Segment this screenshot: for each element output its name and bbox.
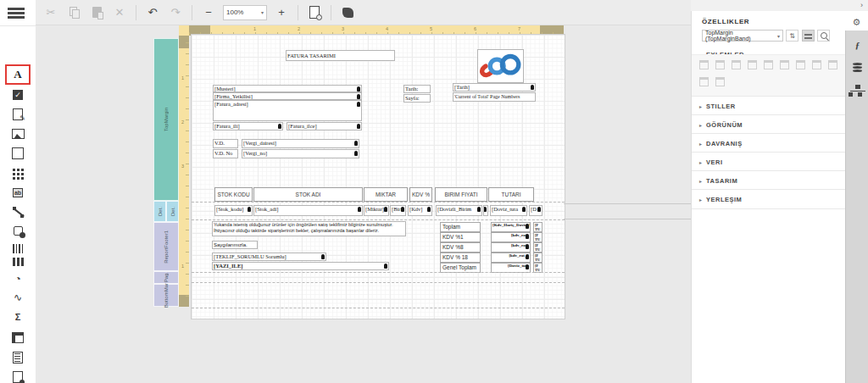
band-separator[interactable] — [192, 219, 565, 220]
tool-chart[interactable] — [3, 253, 33, 270]
settings-button[interactable]: ⚙ — [845, 13, 868, 31]
paste-button[interactable] — [88, 4, 105, 21]
band-separator[interactable] — [192, 282, 565, 283]
action-icon[interactable] — [828, 60, 837, 69]
action-icon[interactable] — [796, 60, 805, 69]
col-header-kdv[interactable]: KDV % — [409, 187, 432, 202]
preview-button[interactable] — [306, 4, 323, 21]
total-value[interactable]: [kdv_rat_1 — [491, 253, 531, 263]
tool-panel[interactable] — [3, 145, 33, 162]
band-report-footer[interactable]: ReportFooter1 — [153, 222, 179, 271]
band-separator[interactable] — [192, 272, 565, 273]
collapse-panel-chevron-icon[interactable]: › — [860, 1, 863, 9]
detail-stok-adi[interactable]: [Stok_adi] — [253, 205, 363, 216]
label-vd-no[interactable]: V.D. No — [213, 149, 238, 158]
field-fatura-ili[interactable]: [Fatura_ili] — [213, 122, 283, 130]
expressions-tab[interactable]: ƒ — [846, 36, 868, 54]
section-yerlesim[interactable]: ▸ YERLEŞIM — [692, 189, 845, 209]
footer-note[interactable]: Yukarıda istemiş olduğunuz ürünler için … — [212, 221, 406, 236]
total-value[interactable]: [Kdv_Hariç_Doviz_Tutar] — [491, 222, 531, 232]
zoom-out-button[interactable]: − — [200, 4, 217, 21]
field-tarih[interactable]: [Tarih] — [453, 83, 536, 92]
total-mini[interactable]: [FTU — [533, 232, 542, 242]
element-selector-dropdown[interactable]: TopMargin (TopMarginBand) ▾ — [702, 30, 783, 42]
label-tarih[interactable]: Tarih: — [403, 85, 431, 93]
tool-pivot-grid[interactable] — [3, 329, 33, 346]
tool-line[interactable] — [3, 203, 33, 220]
copy-button[interactable] — [65, 4, 82, 21]
scripts-button[interactable] — [339, 4, 356, 21]
tool-check-box[interactable]: ✓ — [3, 86, 33, 103]
tool-table[interactable] — [3, 165, 33, 182]
action-icon[interactable] — [812, 60, 821, 69]
field-vergi-dairesi[interactable]: [Vergi_dairesi] — [242, 139, 359, 148]
total-mini[interactable]: [FTU — [533, 242, 542, 253]
col-header-miktar[interactable]: MIKTAR — [364, 187, 408, 202]
field-fatura-adresi[interactable]: [Fatura_adresi] — [213, 100, 362, 121]
detail-kdv[interactable]: [Kdv] — [408, 205, 432, 216]
col-header-stok-kodu[interactable]: STOK KODU — [214, 187, 253, 202]
total-label[interactable]: KDV %8 — [440, 242, 481, 253]
col-header-tutari[interactable]: TUTARI — [488, 187, 534, 202]
action-icon[interactable] — [715, 77, 725, 86]
action-icon[interactable] — [780, 60, 789, 69]
band-detail[interactable]: Det. — [166, 201, 179, 222]
detail-miktar[interactable]: [Miktar] — [364, 205, 389, 216]
delete-button[interactable]: ✕ — [111, 4, 128, 21]
action-icon[interactable] — [699, 60, 709, 69]
total-label[interactable]: Toplam — [440, 222, 481, 232]
detail-d-cell[interactable]: [D — [529, 205, 542, 216]
field-list-tab[interactable] — [846, 58, 868, 76]
section-gorunum[interactable]: ▸ GÖRÜNÜM — [692, 114, 845, 134]
tool-page-info[interactable] — [3, 369, 33, 383]
report-page[interactable]: FATURA TASARIMI [Musteri] [Firma_Yetkili… — [191, 34, 565, 319]
band-separator[interactable] — [192, 308, 565, 308]
band-page-footer[interactable]: Pag. — [153, 271, 179, 284]
total-label[interactable]: KDV % 18 — [440, 253, 481, 263]
band-bottom-margin[interactable]: BottomMar — [153, 284, 179, 307]
detail-doviz-tutari[interactable]: [Doviz_tuta — [490, 205, 527, 216]
col-header-birim-fiyati[interactable]: BIRIM FIYATI — [435, 187, 487, 202]
col-header-stok-adi[interactable]: STOK ADI — [253, 187, 363, 202]
action-icon[interactable] — [699, 77, 709, 86]
design-canvas[interactable]: 1 2 3 4 5 6 7 1 2 3 1 TopMargin Det. Det… — [36, 25, 691, 383]
action-icon[interactable] — [732, 60, 741, 69]
tool-gauge[interactable]: ◔ — [3, 270, 33, 287]
tool-character-comb[interactable]: ab — [3, 184, 33, 201]
redo-button[interactable]: ↷ — [167, 4, 184, 21]
field-page-numbers[interactable]: 'Current of Total' Page Numbers — [453, 92, 536, 102]
tool-shape[interactable] — [3, 222, 33, 239]
total-mini[interactable]: [FTU — [533, 222, 542, 232]
action-icon[interactable] — [715, 60, 725, 69]
tool-summary[interactable]: Σ — [3, 308, 33, 325]
tool-picture-box[interactable] — [3, 125, 33, 142]
tool-rich-text[interactable]: ✎ — [3, 106, 33, 123]
section-stiller[interactable]: ▸ STILLER — [692, 96, 845, 115]
section-veri[interactable]: ▸ VERI — [692, 152, 845, 171]
footer-closing[interactable]: Saygılarımızla. — [212, 241, 258, 249]
label-vd[interactable]: V.D. — [213, 139, 238, 148]
tool-label[interactable]: A — [5, 64, 31, 85]
label-sayfa[interactable]: Sayfa: — [403, 94, 431, 103]
field-fatura-ilce[interactable]: [Fatura_ilce] — [287, 122, 362, 130]
report-explorer-tab[interactable] — [846, 80, 868, 98]
cut-button[interactable]: ✂ — [42, 4, 59, 21]
zoom-in-button[interactable]: + — [273, 4, 290, 21]
band-separator[interactable] — [192, 202, 565, 203]
detail-mini-cell[interactable] — [483, 205, 488, 216]
field-vergi-no[interactable]: [Vergi_no] — [242, 149, 359, 158]
field-musteri[interactable]: [Musteri] — [213, 85, 362, 92]
zoom-level-dropdown[interactable]: 100% ▾ — [223, 5, 267, 20]
band-top-margin[interactable]: TopMargin — [153, 38, 179, 201]
tool-subreport[interactable] — [3, 349, 33, 366]
footer-responsible[interactable]: [TEKLIF_SORUMLU Sorumlu] — [212, 253, 326, 261]
total-label[interactable]: KDV %1 — [440, 232, 481, 242]
section-davranis[interactable]: ▸ DAVRANIŞ — [692, 133, 845, 153]
detail-stok-kodu[interactable]: [Stok_kodu] — [214, 205, 253, 216]
hamburger-menu-icon[interactable] — [8, 8, 25, 10]
group-view-button[interactable] — [802, 30, 815, 42]
search-properties-button[interactable] — [817, 30, 830, 42]
total-value[interactable]: [kdv_rat_ — [491, 242, 531, 253]
detail-birim[interactable]: [Biri — [390, 205, 406, 216]
undo-button[interactable]: ↶ — [144, 4, 161, 21]
